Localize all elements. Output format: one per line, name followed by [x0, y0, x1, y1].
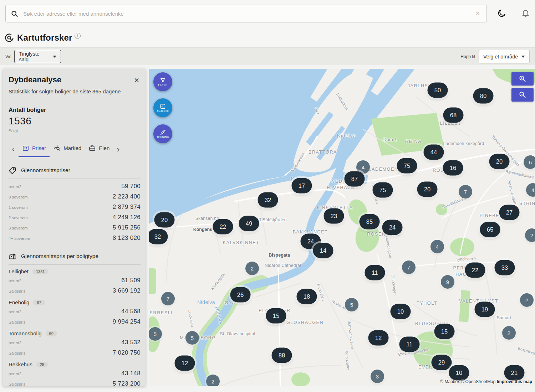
map-cluster-marker[interactable]: 15: [434, 324, 455, 339]
map-cluster-marker[interactable]: 50: [428, 83, 448, 98]
section-title: Gjennomsnittspriser: [21, 167, 70, 174]
map-cluster-marker[interactable]: 9: [441, 275, 454, 289]
stat-label: per m2: [9, 341, 21, 345]
map-cluster-marker[interactable]: 23: [324, 208, 344, 224]
search-input[interactable]: [22, 10, 474, 17]
map-cluster-marker[interactable]: 14: [313, 243, 333, 258]
stat-label: 0 soverom: [9, 195, 28, 199]
stat-row: Salgspris3 669 192: [9, 285, 141, 296]
area-dropdown[interactable]: Velg et område: [479, 50, 530, 63]
map-cluster-marker[interactable]: 16: [443, 160, 463, 176]
stat-row: 4+ soverom8 123 020: [9, 233, 141, 243]
map-cluster-marker[interactable]: 7: [402, 261, 416, 274]
map-cluster-marker[interactable]: 88: [272, 348, 292, 363]
map-cluster-marker[interactable]: 22: [213, 219, 233, 234]
map-cluster-marker[interactable]: 85: [360, 214, 380, 229]
market-chart-icon: [53, 144, 61, 152]
map-cluster-marker[interactable]: 26: [230, 287, 251, 303]
tab-marked[interactable]: Marked: [50, 142, 85, 157]
tool-label: FILTER: [158, 84, 168, 86]
improve-map-link[interactable]: Improve this map: [497, 379, 532, 384]
avg-price-rows: per m259 7000 soverom2 223 4001 soverom2…: [9, 181, 141, 243]
kartutforsker-app: × Kartutforsker i Vis Tinglyste salg Hop…: [0, 0, 535, 392]
map-cluster-marker[interactable]: 44: [424, 145, 444, 160]
zoom-in-button[interactable]: [511, 72, 534, 86]
map-cluster-marker[interactable]: 68: [443, 108, 464, 123]
search-clear-icon[interactable]: ×: [474, 10, 482, 17]
map-cluster-marker[interactable]: 4: [430, 240, 444, 253]
drawing-button[interactable]: TEGNING: [153, 124, 172, 143]
sale-type-dropdown[interactable]: Tinglyste salg: [14, 50, 61, 63]
analyse-button[interactable]: ANALYSE: [153, 98, 172, 117]
dark-mode-moon-icon[interactable]: [497, 9, 506, 19]
map-cluster-marker[interactable]: 32: [258, 192, 278, 208]
map-cluster-marker[interactable]: 87: [345, 171, 365, 187]
zoom-out-button[interactable]: [511, 88, 534, 102]
stat-value: 43 148: [121, 370, 141, 377]
tab-priser[interactable]: Priser: [19, 143, 50, 157]
map-cluster-marker[interactable]: 75: [373, 182, 393, 198]
map-cluster-marker[interactable]: 2: [520, 293, 534, 307]
top-bar: ×: [0, 0, 535, 28]
search-box[interactable]: ×: [5, 5, 487, 22]
stat-label: per m2: [9, 372, 21, 376]
map-cluster-marker[interactable]: 11: [365, 265, 385, 280]
chevron-left-icon[interactable]: [9, 147, 19, 153]
map-cluster-marker[interactable]: 3: [371, 370, 384, 383]
map-cluster-marker[interactable]: 11: [399, 337, 420, 352]
map-cluster-marker[interactable]: 33: [495, 260, 515, 275]
map-cluster-marker[interactable]: 2: [206, 375, 220, 386]
map-cluster-marker[interactable]: 17: [292, 178, 312, 194]
map-cluster-marker[interactable]: 7: [459, 185, 472, 198]
map-cluster-marker[interactable]: 6: [524, 155, 535, 169]
map-cluster-marker[interactable]: 65: [480, 222, 500, 237]
map-cluster-marker[interactable]: 27: [499, 205, 520, 220]
map-cluster-marker[interactable]: 10: [391, 304, 411, 319]
stat-label: Salgspris: [9, 320, 25, 324]
boligtype-name: Tomannsbolig: [9, 330, 42, 336]
map-cluster-marker[interactable]: 22: [465, 263, 485, 278]
count-value: 1536: [9, 115, 141, 127]
boligtype-group-header: Enebolig67: [9, 299, 141, 305]
close-icon[interactable]: ×: [133, 75, 141, 85]
tool-label: ANALYSE: [157, 110, 169, 112]
map-cluster-marker[interactable]: 20: [489, 154, 510, 169]
chevron-right-icon[interactable]: [113, 147, 123, 153]
map-cluster-marker[interactable]: 29: [432, 355, 452, 370]
map-cluster-marker[interactable]: 19: [475, 302, 495, 317]
map-cluster-marker[interactable]: 49: [239, 216, 259, 231]
map-cluster-marker[interactable]: 21: [504, 365, 525, 381]
bar-chart-icon: [160, 103, 166, 109]
map-cluster-marker[interactable]: 18: [297, 289, 317, 304]
map-cluster-marker[interactable]: 7: [161, 292, 175, 305]
map-cluster-marker[interactable]: 15: [266, 308, 286, 324]
map-cluster-marker[interactable]: 12: [175, 356, 195, 371]
map-cluster-marker[interactable]: 20: [417, 182, 438, 197]
stat-value: 43 532: [121, 339, 141, 346]
map-cluster-marker[interactable]: 2: [502, 326, 516, 340]
map-cluster-marker[interactable]: 80: [473, 88, 494, 104]
per-type-header: Gjennomsnittspris per boligtype: [9, 252, 141, 260]
map-cluster-marker[interactable]: 10: [449, 365, 469, 381]
map-cluster-marker[interactable]: 24: [382, 220, 403, 235]
stat-value: 3 669 192: [113, 287, 141, 294]
avg-prices-header: Gjennomsnittspriser: [9, 166, 141, 174]
map-cluster-marker[interactable]: 20: [154, 212, 175, 228]
attribution-text: © Mapbox © OpenStreetMap: [440, 379, 495, 384]
map-cluster-marker[interactable]: 5: [345, 298, 358, 311]
map-cluster-marker[interactable]: 2: [245, 262, 259, 275]
tab-eiendom[interactable]: Eien: [85, 142, 113, 157]
filter-button[interactable]: FILTER: [153, 72, 172, 91]
boligtype-name: Rekkehus: [9, 361, 32, 367]
deep-analysis-panel: Dybdeanalyse × Statistikk for solgte bol…: [3, 69, 146, 386]
map-cluster-marker[interactable]: 5: [185, 331, 199, 345]
map-canvas[interactable]: BRATTØRAREINAJARLHEIMLILLEBYLADEMOENNEDR…: [149, 69, 535, 386]
map-cluster-marker[interactable]: 75: [397, 158, 417, 174]
stat-value: 2 223 400: [113, 193, 141, 200]
stat-row: per m244 568: [9, 306, 141, 316]
boligtype-group-header: Rekkehus25: [9, 361, 141, 367]
info-icon[interactable]: i: [75, 33, 81, 39]
map-cluster-marker[interactable]: 32: [149, 229, 168, 244]
map-cluster-marker[interactable]: 12: [368, 330, 389, 346]
notifications-bell-icon[interactable]: [521, 9, 530, 19]
